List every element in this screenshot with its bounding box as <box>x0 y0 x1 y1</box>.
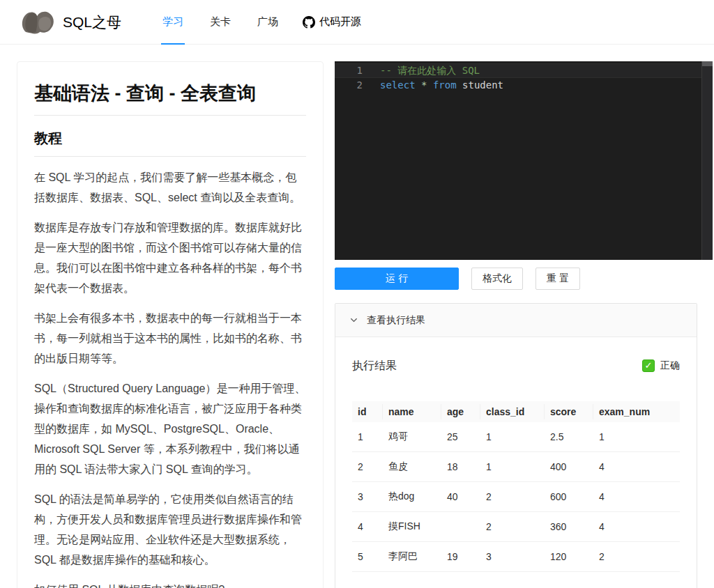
tutorial-paragraph: 书架上会有很多本书，数据表中的每一行就相当于一本书，每一列就相当于这本书的属性，… <box>34 308 306 369</box>
table-cell: 4 <box>593 512 680 542</box>
chevron-down-icon <box>350 316 358 324</box>
format-button[interactable]: 格式化 <box>471 268 523 290</box>
table-cell: 1 <box>593 422 680 452</box>
table-cell: 2 <box>480 512 545 542</box>
table-cell: 360 <box>545 512 593 542</box>
table-cell: 25 <box>441 422 480 452</box>
check-icon: ✓ <box>642 359 655 372</box>
code-line: 2select * from student <box>335 78 713 93</box>
reset-button[interactable]: 重 置 <box>536 268 580 290</box>
result-table-head-row: idnameageclass_idscoreexam_num <box>352 401 680 422</box>
table-cell <box>441 512 480 542</box>
table-cell: 40 <box>441 482 480 512</box>
results-collapse: 查看执行结果 执行结果 ✓ 正确 idnameageclass_idscoree… <box>335 303 697 588</box>
table-cell: 2 <box>593 542 680 572</box>
tutorial-paragraph: SQL（Structured Query Language）是一种用于管理、操作… <box>34 378 306 479</box>
table-row: 1鸡哥2512.51 <box>352 422 680 452</box>
table-cell: 600 <box>545 482 593 512</box>
editor-scrollbar[interactable] <box>701 61 713 260</box>
table-cell: 4 <box>352 512 383 542</box>
editor-toolbar: 运 行 格式化 重 置 <box>335 268 697 290</box>
tutorial-section-heading: 教程 <box>34 128 306 148</box>
table-cell: 19 <box>441 542 480 572</box>
column-header: exam_num <box>593 401 680 422</box>
code-line: 1-- 请在此处输入 SQL <box>335 63 713 78</box>
column-header: score <box>545 401 593 422</box>
tutorial-paragraph: SQL 的语法是简单易学的，它使用类似自然语言的结构，方便开发人员和数据库管理员… <box>34 489 306 570</box>
table-cell: 2.5 <box>545 422 593 452</box>
table-row: 3热dog4026004 <box>352 482 680 512</box>
table-cell: 1 <box>352 422 383 452</box>
navbar: SQL之母 学习关卡广场 代码开源 <box>0 0 714 45</box>
column-header: class_id <box>480 401 545 422</box>
table-cell: 鸡哥 <box>383 422 441 452</box>
table-cell: 18 <box>441 452 480 482</box>
site-title[interactable]: SQL之母 <box>63 13 121 32</box>
code-text: -- 请在此处输入 SQL <box>363 63 480 78</box>
table-cell: 4 <box>593 482 680 512</box>
result-header: 执行结果 ✓ 正确 <box>352 358 680 373</box>
tutorial-paragraph: 数据库是存放专门存放和管理数据的库。数据库就好比是一座大型的图书馆，而这个图书馆… <box>34 217 306 298</box>
column-header: name <box>383 401 441 422</box>
results-collapse-label: 查看执行结果 <box>367 314 425 327</box>
main-nav: 学习关卡广场 <box>149 0 291 45</box>
tutorial-panel: 基础语法 - 查询 - 全表查询 教程 在 SQL 学习的起点，我们需要了解一些… <box>17 61 324 588</box>
table-cell: 李阿巴 <box>383 542 441 572</box>
result-heading: 执行结果 <box>352 358 397 373</box>
table-cell: 120 <box>545 542 593 572</box>
line-number: 1 <box>335 63 363 78</box>
result-table: idnameageclass_idscoreexam_num 1鸡哥2512.5… <box>352 401 680 572</box>
nav-item-关卡[interactable]: 关卡 <box>197 0 244 45</box>
github-link-label: 代码开源 <box>319 15 361 29</box>
code-text: select * from student <box>363 78 503 93</box>
divider <box>34 156 306 157</box>
table-row: 2鱼皮1814004 <box>352 452 680 482</box>
status-badge: ✓ 正确 <box>642 359 680 372</box>
table-cell: 热dog <box>383 482 441 512</box>
run-button[interactable]: 运 行 <box>335 268 459 290</box>
github-repo-link[interactable]: 代码开源 <box>303 15 361 29</box>
table-row: 5李阿巴1931202 <box>352 542 680 572</box>
sql-editor[interactable]: 1-- 请在此处输入 SQL2select * from student <box>335 61 713 260</box>
line-number: 2 <box>335 78 363 93</box>
nav-item-学习[interactable]: 学习 <box>149 0 197 45</box>
tutorial-paragraph: 如何使用 SQL 从数据库中查询数据呢? <box>34 580 306 588</box>
column-header: id <box>352 401 383 422</box>
code-lines: 1-- 请在此处输入 SQL2select * from student <box>335 63 713 93</box>
divider <box>34 115 306 116</box>
tutorial-paragraph: 在 SQL 学习的起点，我们需要了解一些基本概念，包括数据库、数据表、SQL、s… <box>34 167 306 208</box>
results-collapse-header[interactable]: 查看执行结果 <box>335 304 697 337</box>
results-body: 执行结果 ✓ 正确 idnameageclass_idscoreexam_num… <box>335 337 697 588</box>
table-cell: 400 <box>545 452 593 482</box>
table-cell: 3 <box>352 482 383 512</box>
github-icon <box>303 16 315 29</box>
table-cell: 鱼皮 <box>383 452 441 482</box>
tutorial-paragraphs: 在 SQL 学习的起点，我们需要了解一些基本概念，包括数据库、数据表、SQL、s… <box>34 167 306 588</box>
table-cell: 4 <box>593 452 680 482</box>
table-row: 4摸FISH23604 <box>352 512 680 542</box>
table-cell: 2 <box>352 452 383 482</box>
column-header: age <box>441 401 480 422</box>
table-cell: 1 <box>480 452 545 482</box>
table-cell: 1 <box>480 422 545 452</box>
nav-item-广场[interactable]: 广场 <box>244 0 291 45</box>
table-cell: 3 <box>480 542 545 572</box>
table-cell: 2 <box>480 482 545 512</box>
page-title: 基础语法 - 查询 - 全表查询 <box>34 80 306 107</box>
scrollbar-thumb[interactable] <box>702 61 713 66</box>
table-cell: 5 <box>352 542 383 572</box>
workspace-panel: 1-- 请在此处输入 SQL2select * from student 运 行… <box>335 61 713 588</box>
status-text: 正确 <box>660 359 680 372</box>
result-table-body: 1鸡哥2512.512鱼皮18140043热dog40260044摸FISH23… <box>352 422 680 572</box>
table-cell: 摸FISH <box>383 512 441 542</box>
site-logo-icon[interactable] <box>20 7 56 38</box>
